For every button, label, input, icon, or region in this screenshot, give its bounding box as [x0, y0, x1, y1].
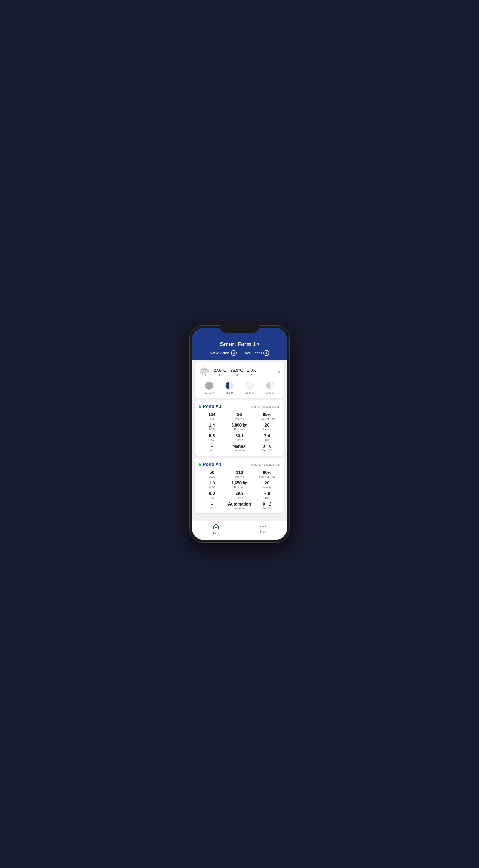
svg-line-5: [202, 374, 203, 375]
weather-date-11may: 11 May: [205, 381, 214, 394]
pond-a3-salinity: 20 Salinity: [254, 423, 280, 431]
pond-a4-off-value: 2: [268, 502, 272, 506]
pond-a4-biomass: 1,650 kg Biomass: [226, 481, 252, 489]
temp-max-stat: 35.1℃ max: [230, 368, 243, 376]
pond-a3-off-value: 0: [268, 444, 272, 449]
pond-a3-header: Pond A3 Updated <1 Minute Ago: [199, 404, 280, 409]
pond-a3-stats: 104 DOC 36 Pcs/Kg 95% Survival Rate 1.4 …: [199, 412, 280, 452]
date-26may-label: 26 May: [245, 391, 254, 394]
pond-a3-on-value: 3: [262, 444, 266, 449]
pond-a4-ph: 7.6 pH: [254, 491, 280, 499]
rain-stat: 1.0% rain: [247, 368, 256, 376]
pond-a4-survival: 90% Survival Rate: [254, 470, 280, 478]
temp-min-stat: 27.0℃ min: [213, 368, 226, 376]
pond-a4-doc: 50 DOC: [199, 470, 225, 478]
weather-stats: 27.0℃ min 35.1℃ max 1.0% rain: [213, 368, 275, 376]
pond-a4-off-label: Off: [268, 507, 272, 510]
pond-a4-kw: - KW: [199, 502, 225, 510]
pond-a4-temp: 29.9 Temp: [226, 491, 252, 499]
rain-value: 1.0%: [247, 368, 256, 373]
svg-line-7: [205, 374, 206, 375]
svg-rect-4: [202, 371, 206, 373]
pond-a3-card[interactable]: Pond A3 Updated <1 Minute Ago 104 DOC 36…: [195, 400, 284, 456]
pond-a4-card[interactable]: Pond A4 Updated <1 Minute Ago 50 DOC 110…: [195, 458, 284, 514]
farm-nav-label: Farm: [212, 532, 219, 535]
date-11may-label: 11 May: [205, 391, 214, 394]
svg-line-6: [204, 374, 204, 375]
pond-a3-fcr: 1.4 FCR: [199, 423, 225, 431]
total-ponds-badge: 4: [263, 350, 269, 356]
moon-today-icon: [226, 381, 234, 390]
pond-a3-updated: Updated <1 Minute Ago: [251, 405, 280, 408]
pond-a3-doc: 104 DOC: [199, 412, 225, 421]
temp-min-label: min: [213, 373, 226, 376]
pond-a4-updated: Updated <1 Minute Ago: [251, 463, 280, 466]
pond-a4-on-value: 0: [262, 502, 266, 506]
pond-a3-name: Pond A3: [203, 404, 221, 409]
rain-label: rain: [247, 373, 256, 376]
pond-a4-salinity: 20 salinity: [254, 481, 280, 489]
temp-max-label: max: [230, 373, 243, 376]
pond-a4-header: Pond A4 Updated <1 Minute Ago: [199, 462, 280, 467]
moon-26may-icon: [246, 381, 254, 390]
pond-a3-off-label: Off: [268, 449, 272, 452]
nav-farm[interactable]: Farm: [192, 523, 240, 535]
temp-max-value: 35.1℃: [230, 368, 243, 373]
app-header: Smart Farm 1 ▾ Active Ponds 3 Total Pond…: [192, 328, 287, 360]
weather-icon: [199, 366, 210, 378]
total-ponds-stat: Total Ponds 4: [244, 350, 269, 356]
pond-a3-kw: - KW: [199, 444, 225, 452]
phone-frame: Smart Farm 1 ▾ Active Ponds 3 Total Pond…: [190, 326, 289, 542]
more-nav-label: More: [260, 530, 267, 533]
pond-a3-name-row: Pond A3: [199, 404, 221, 409]
weather-expand-icon[interactable]: ∨: [278, 370, 280, 374]
pond-a3-pcskg: 36 Pcs/Kg: [226, 412, 252, 421]
weather-date-26may: 26 May: [245, 381, 254, 394]
pond-a4-onoff: 0 On 2 Off: [254, 502, 280, 510]
pond-a4-do: 6.0 DO: [199, 491, 225, 499]
pond-a3-biomass: 6,800 kg Biomass: [226, 423, 252, 431]
moon-2june-icon: [266, 381, 274, 390]
pond-a3-status-dot: [199, 405, 201, 408]
pond-a3-aeration: Manual Aeration: [226, 444, 252, 452]
pond-a3-survival: 95% Survival Rate: [254, 412, 280, 421]
weather-dates-row: 11 May Today 26 May 2 June: [199, 381, 280, 394]
pond-a4-name-row: Pond A4: [199, 462, 221, 467]
farm-title[interactable]: Smart Farm 1 ▾: [197, 341, 282, 347]
nav-more[interactable]: ••• More: [240, 523, 287, 535]
pond-a3-ph: 7.4 pH: [254, 433, 280, 441]
temp-min-value: 27.0℃: [213, 368, 226, 373]
weather-top-row: 27.0℃ min 35.1℃ max 1.0% rain ∨: [199, 366, 280, 378]
bottom-nav: Farm ••• More: [192, 521, 287, 540]
pond-a4-name: Pond A4: [203, 462, 221, 467]
phone-notch: [220, 326, 259, 333]
active-ponds-label: Active Ponds: [210, 351, 230, 355]
pond-a4-fcr: 1.3 FCR: [199, 481, 225, 489]
pond-a4-stats: 50 DOC 110 Pcs/Kg 90% Survival Rate 1.3 …: [199, 470, 280, 510]
pond-a3-onoff: 3 On 0 Off: [254, 444, 280, 452]
pond-a4-on-label: On: [262, 507, 266, 510]
main-content: 27.0℃ min 35.1℃ max 1.0% rain ∨: [192, 360, 287, 521]
active-ponds-stat: Active Ponds 3: [210, 350, 237, 356]
pond-a4-pcskg: 110 Pcs/Kg: [226, 470, 252, 478]
weather-date-2june: 2 June: [266, 381, 274, 394]
phone-screen: Smart Farm 1 ▾ Active Ponds 3 Total Pond…: [192, 328, 287, 540]
pond-a3-on-label: On: [262, 449, 266, 452]
header-stats: Active Ponds 3 Total Ponds 4: [197, 350, 282, 356]
date-2june-label: 2 June: [266, 391, 274, 394]
more-icon: •••: [260, 523, 267, 529]
dropdown-arrow-icon: ▾: [257, 342, 259, 346]
weather-card: 27.0℃ min 35.1℃ max 1.0% rain ∨: [195, 363, 284, 398]
weather-date-today: Today: [226, 381, 234, 394]
pond-a4-aeration: Automation Aeration: [226, 502, 252, 510]
farm-name: Smart Farm 1: [220, 341, 256, 347]
pond-a4-status-dot: [199, 463, 201, 466]
pond-a3-do: 5.8 DO: [199, 433, 225, 441]
moon-11may-icon: [205, 381, 213, 390]
home-icon: [212, 523, 219, 531]
total-ponds-label: Total Ponds: [244, 351, 262, 355]
active-ponds-badge: 3: [231, 350, 237, 356]
pond-a3-temp: 30.1 Temp: [226, 433, 252, 441]
date-today-label: Today: [226, 391, 234, 394]
